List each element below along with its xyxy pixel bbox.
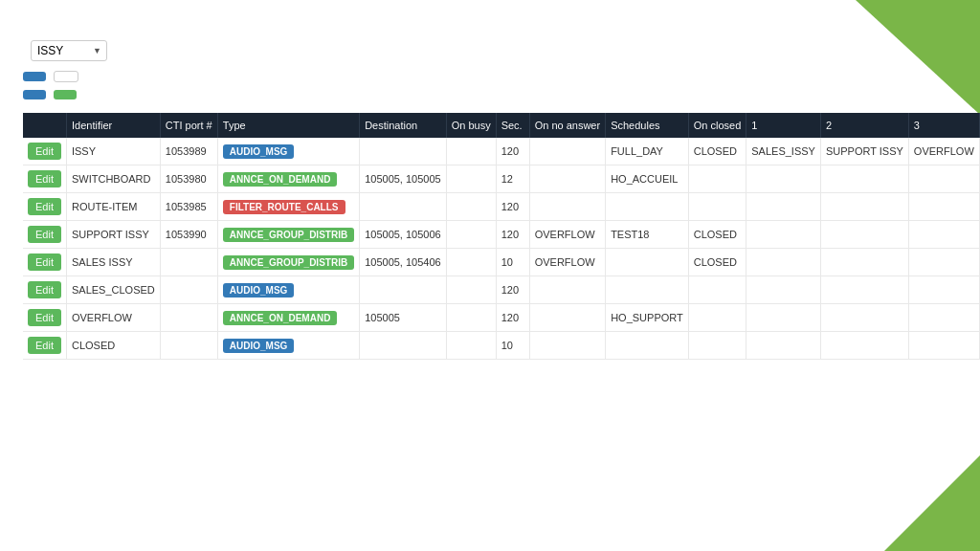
edit-button[interactable]: Edit: [28, 170, 61, 187]
th-edit: [23, 113, 66, 138]
col3-cell: [908, 276, 979, 304]
edit-button[interactable]: Edit: [28, 198, 61, 215]
entity-select[interactable]: ISSY OTHER: [31, 40, 107, 61]
th-on-no-answer: On no answer: [529, 113, 605, 138]
edit-cell: Edit: [23, 276, 66, 304]
edit-button[interactable]: Edit: [28, 253, 61, 271]
type-badge: AUDIO_MSG: [223, 283, 295, 298]
th-destination: Destination: [360, 113, 447, 138]
table-row: EditCLOSEDAUDIO_MSG10: [23, 332, 980, 360]
th-on-closed: On closed: [688, 113, 746, 138]
entity-row: ISSY OTHER: [23, 40, 957, 61]
on-no-answer-cell: [529, 304, 605, 332]
th-identifier: Identifier: [66, 113, 160, 138]
type-cell: AUDIO_MSG: [217, 138, 359, 165]
destination-cell: 105005, 105005: [360, 165, 447, 193]
type-cell: ANNCE_GROUP_DISTRIB: [217, 221, 359, 249]
destination-cell: 105005: [360, 304, 447, 332]
deco-bottom-right: [884, 455, 980, 551]
schedules-cell: HO_SUPPORT: [606, 304, 689, 332]
schedules-cell: HO_ACCUEIL: [606, 165, 689, 193]
table-header-row: Identifier CTI port # Type Destination O…: [23, 113, 980, 138]
on-closed-cell: [688, 276, 746, 304]
sec-cell: 10: [496, 332, 529, 360]
edit-cell: Edit: [23, 165, 66, 193]
table-row: EditSWITCHBOARD1053980ANNCE_ON_DEMAND105…: [23, 165, 980, 193]
col1-cell: SALES_ISSY: [746, 138, 821, 165]
table-wrapper: Identifier CTI port # Type Destination O…: [0, 113, 980, 360]
on-busy-cell: [446, 249, 496, 276]
schedules-cell: [606, 332, 689, 360]
col3-cell: [908, 249, 979, 276]
col3-cell: [908, 165, 979, 193]
edit-cell: Edit: [23, 138, 66, 165]
type-badge: FILTER_ROUTE_CALLS: [223, 200, 345, 214]
sec-cell: 120: [496, 138, 529, 165]
cti-port-cell: 1053980: [160, 165, 217, 193]
on-busy-cell: [446, 138, 496, 165]
th-on-busy: On busy: [446, 113, 496, 138]
identifier-cell: OVERFLOW: [66, 304, 160, 332]
col1-cell: [746, 221, 821, 249]
on-no-answer-cell: OVERFLOW: [529, 221, 605, 249]
destination-cell: [360, 138, 447, 165]
th-cti-port: CTI port #: [160, 113, 217, 138]
destination-cell: [360, 276, 447, 304]
th-2: 2: [820, 113, 908, 138]
on-no-answer-cell: OVERFLOW: [529, 249, 605, 276]
destination-cell: [360, 332, 447, 360]
on-closed-cell: [688, 165, 746, 193]
on-closed-cell: CLOSED: [688, 221, 746, 249]
schedules-cell: [606, 193, 689, 221]
schedules-cell: TEST18: [606, 221, 689, 249]
col3-cell: [908, 193, 979, 221]
th-sec: Sec.: [496, 113, 529, 138]
second-button-row: [23, 90, 957, 99]
on-busy-cell: [446, 165, 496, 193]
cti-port-cell: 1053989: [160, 138, 217, 165]
cti-port-cell: 1053990: [160, 221, 217, 249]
col1-cell: [746, 249, 821, 276]
cti-port-cell: [160, 249, 217, 276]
on-busy-cell: [446, 193, 496, 221]
type-cell: AUDIO_MSG: [217, 276, 359, 304]
type-badge: ANNCE_ON_DEMAND: [223, 311, 338, 325]
identifier-cell: SWITCHBOARD: [66, 165, 160, 193]
top-button-row: [23, 71, 957, 82]
destination-cell: 105005, 105006: [360, 221, 447, 249]
identifier-cell: ISSY: [66, 138, 160, 165]
cti-port-cell: [160, 304, 217, 332]
sec-cell: 12: [496, 165, 529, 193]
on-no-answer-cell: [529, 165, 605, 193]
add-item-button[interactable]: [23, 90, 46, 99]
edit-button[interactable]: Edit: [28, 281, 61, 298]
on-no-answer-cell: [529, 276, 605, 304]
edit-cell: Edit: [23, 304, 66, 332]
on-no-answer-cell: [529, 138, 605, 165]
entity-select-wrapper[interactable]: ISSY OTHER: [31, 40, 107, 61]
col1-cell: [746, 276, 821, 304]
th-3: 3: [908, 113, 979, 138]
on-busy-cell: [446, 332, 496, 360]
header: [0, 0, 980, 31]
col2-cell: [820, 332, 908, 360]
on-no-answer-cell: [529, 332, 605, 360]
save-order-button[interactable]: [54, 90, 77, 99]
cti-port-cell: [160, 332, 217, 360]
list-templates-button[interactable]: [54, 71, 78, 82]
on-busy-cell: [446, 276, 496, 304]
edit-button[interactable]: Edit: [28, 309, 61, 326]
edit-button[interactable]: Edit: [28, 143, 61, 160]
edit-button[interactable]: Edit: [28, 226, 61, 243]
table-row: EditOVERFLOWANNCE_ON_DEMAND105005120HO_S…: [23, 304, 980, 332]
table-row: EditSALES_CLOSEDAUDIO_MSG120: [23, 276, 980, 304]
schedules-cell: [606, 276, 689, 304]
identifier-cell: SALES ISSY: [66, 249, 160, 276]
th-type: Type: [217, 113, 359, 138]
edit-cell: Edit: [23, 249, 66, 276]
schedules-cell: FULL_DAY: [606, 138, 689, 165]
sec-cell: 10: [496, 249, 529, 276]
apply-template-button[interactable]: [23, 72, 46, 81]
identifier-cell: SUPPORT ISSY: [66, 221, 160, 249]
edit-button[interactable]: Edit: [28, 337, 61, 354]
